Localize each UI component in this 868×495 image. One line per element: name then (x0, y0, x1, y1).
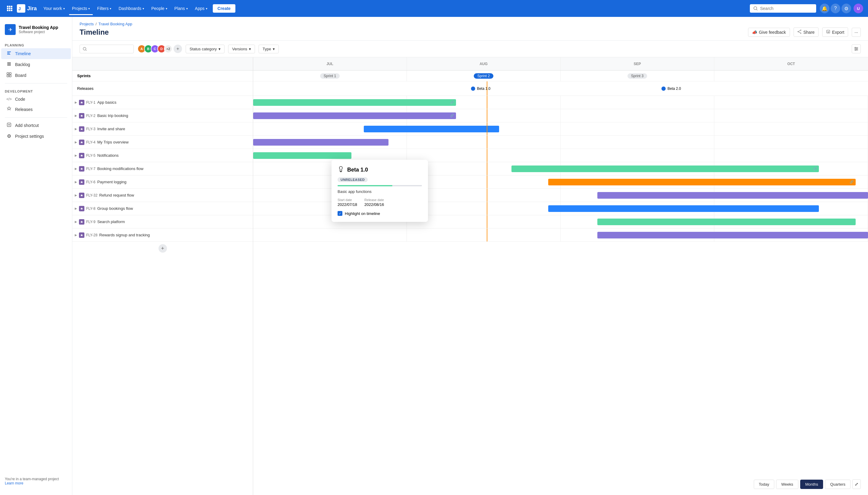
epic-bar[interactable] (597, 232, 868, 238)
epic-list-panel: Sprints Releases ▶ FLY-1 App basics ▶ FL… (72, 57, 253, 495)
grid-icon[interactable] (5, 4, 15, 13)
sidebar-divider (5, 83, 67, 84)
add-avatar-button[interactable]: + (174, 45, 182, 53)
more-options-button[interactable]: ··· (852, 28, 861, 37)
breadcrumb-projects[interactable]: Projects (80, 22, 94, 26)
sidebar-item-timeline[interactable]: Timeline (1, 48, 71, 59)
epic-bar[interactable] (253, 139, 388, 146)
epic-bar[interactable] (548, 205, 819, 212)
months-button[interactable]: Months (800, 480, 823, 489)
export-button[interactable]: Export (822, 28, 848, 37)
nav-apps[interactable]: Apps ▾ (192, 4, 210, 13)
add-epic-button[interactable]: + (158, 244, 167, 253)
epic-row[interactable]: ▶ FLY-4 My Trips overview (72, 136, 253, 149)
add-shortcut-icon (6, 122, 12, 129)
beta-2-release-marker[interactable]: Beta 2.0 (662, 86, 681, 91)
epic-bar[interactable]: 🔗 (253, 113, 456, 119)
epic-row[interactable]: ▶ FLY-9 Search platform (72, 215, 253, 228)
help-icon[interactable]: ? (831, 4, 840, 13)
epic-row[interactable]: ▶ FLY-3 Invite and share (72, 122, 253, 136)
epic-bar[interactable] (597, 192, 868, 199)
svg-point-26 (800, 30, 801, 31)
weeks-button[interactable]: Weeks (776, 480, 798, 489)
sidebar-item-board[interactable]: Board (1, 70, 71, 81)
popup-dates: Start date 2022/07/18 Release date 2022/… (337, 198, 422, 207)
create-button[interactable]: Create (213, 4, 236, 13)
epic-icon (79, 206, 84, 211)
timeline-search-input[interactable] (89, 47, 125, 51)
bar-link-icon[interactable]: 🔗 (813, 167, 819, 171)
today-button[interactable]: Today (754, 480, 775, 489)
epic-row[interactable]: ▶ FLY-28 Rewards signup and tracking (72, 228, 253, 242)
planning-label: PLANNING (0, 40, 72, 48)
sprint-2-badge: Sprint 2 (474, 73, 493, 79)
sidebar-project: ✈ Travel Booking App Software project (0, 22, 72, 40)
breadcrumb-project[interactable]: Travel Booking App (99, 22, 132, 26)
user-avatar[interactable]: U (853, 4, 863, 13)
nav-people[interactable]: People ▾ (148, 4, 170, 13)
sidebar-item-code[interactable]: </> Code (1, 95, 71, 104)
epic-row[interactable]: ▶ FLY-1 App basics (72, 96, 253, 109)
svg-point-33 (83, 47, 86, 50)
search-input[interactable] (760, 6, 808, 11)
sidebar-item-project-settings[interactable]: ⚙ Project settings (1, 131, 71, 141)
expand-timeline-button[interactable]: ⤢ (852, 479, 861, 489)
epic-row[interactable]: ▶ FLY-32 Refund request flow (72, 189, 253, 202)
search-filter-box[interactable] (80, 45, 134, 53)
epic-row[interactable]: ▶ FLY-2 Basic trip booking (72, 109, 253, 122)
development-label: DEVELOPMENT (0, 86, 72, 95)
epic-bar[interactable] (253, 152, 351, 159)
settings-icon[interactable]: ⚙ (841, 4, 851, 13)
epic-row[interactable]: ▶ FLY-8 Group bookings flow (72, 202, 253, 215)
sidebar-item-releases[interactable]: Releases (1, 104, 71, 115)
epic-key: FLY-6 (86, 180, 96, 184)
chevron-down-icon: ▾ (63, 7, 65, 10)
search-icon (753, 6, 758, 11)
bar-link-icon[interactable]: 🔗 (450, 100, 456, 104)
gantt-bar-row: 🔗 (253, 109, 868, 122)
svg-rect-4 (9, 8, 11, 9)
highlight-checkbox[interactable]: ✓ (337, 211, 342, 216)
epic-row[interactable]: ▶ FLY-6 Payment logging (72, 175, 253, 189)
notifications-icon[interactable]: 🔔 (820, 4, 829, 13)
project-name: Travel Booking App (19, 25, 58, 30)
list-header (72, 57, 253, 70)
bar-link-icon[interactable]: 🔗 (850, 180, 856, 184)
feedback-button[interactable]: 📣 Give feedback (748, 28, 790, 37)
nav-filters[interactable]: Filters ▾ (94, 4, 114, 13)
nav-your-work[interactable]: Your work ▾ (40, 4, 68, 13)
main-content: Projects / Travel Booking App Timeline 📣… (72, 17, 868, 495)
sprint-row: Sprint 1 Sprint 2 Sprint 3 (253, 70, 868, 81)
top-navigation: J Jira Your work ▾ Projects ▾ Filters ▾ … (0, 0, 868, 17)
view-settings-button[interactable] (852, 44, 861, 53)
sidebar-item-label: Backlog (15, 62, 30, 67)
expand-icon: ▶ (75, 140, 77, 144)
epic-row[interactable]: ▶ FLY-7 Booking modifications flow (72, 162, 253, 175)
learn-more-link[interactable]: Learn more (5, 481, 67, 485)
epic-bar[interactable] (597, 219, 856, 225)
quarters-button[interactable]: Quarters (825, 480, 851, 489)
expand-icon: ▶ (75, 220, 77, 223)
sidebar-item-add-shortcut[interactable]: Add shortcut (1, 120, 71, 131)
release-dot (471, 86, 475, 91)
versions-filter[interactable]: Versions ▾ (228, 45, 255, 53)
jira-logo[interactable]: J Jira (17, 4, 37, 13)
epic-row[interactable]: ▶ FLY-5 Notifications (72, 149, 253, 162)
nav-dashboards[interactable]: Dashboards ▾ (116, 4, 147, 13)
epic-key: FLY-32 (86, 193, 97, 198)
epic-bar[interactable] (364, 126, 499, 132)
beta-1-release-marker[interactable]: Beta 1.0 (471, 86, 490, 91)
status-category-filter[interactable]: Status category ▾ (186, 45, 225, 53)
nav-plans[interactable]: Plans ▾ (172, 4, 191, 13)
type-filter[interactable]: Type ▾ (259, 45, 279, 53)
epic-bar[interactable]: 🔗 (548, 179, 856, 185)
epic-bar[interactable]: 🔗 (511, 166, 819, 172)
epic-bar[interactable]: 🔗 (253, 99, 456, 106)
epic-name: Search platform (97, 220, 125, 224)
sidebar-item-backlog[interactable]: Backlog (1, 59, 71, 70)
share-button[interactable]: Share (794, 28, 819, 37)
nav-projects[interactable]: Projects ▾ (69, 4, 93, 13)
sprints-left-label: Sprints (72, 70, 253, 81)
bar-link-icon[interactable]: 🔗 (450, 114, 456, 118)
search-box[interactable] (750, 4, 816, 13)
